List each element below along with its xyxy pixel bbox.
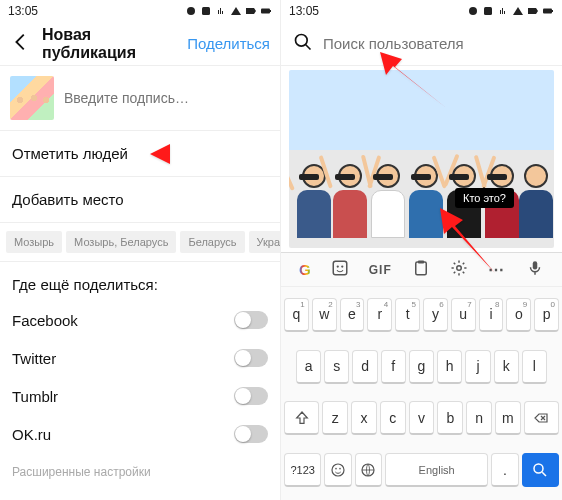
- location-chip[interactable]: Беларусь: [180, 231, 244, 253]
- share-action[interactable]: Поделиться: [187, 35, 270, 52]
- key-h[interactable]: h: [437, 350, 462, 384]
- location-chip[interactable]: Украина: [249, 231, 280, 253]
- key-f[interactable]: f: [381, 350, 406, 384]
- key-p[interactable]: p0: [534, 298, 559, 332]
- emoji-key[interactable]: [324, 453, 351, 487]
- header: Новая публикация Поделиться: [0, 22, 280, 66]
- status-time: 13:05: [289, 4, 319, 18]
- clipboard-icon[interactable]: [412, 259, 430, 281]
- svg-point-8: [296, 34, 308, 46]
- svg-rect-6: [543, 9, 552, 14]
- backspace-key[interactable]: [524, 401, 559, 435]
- sticker-icon[interactable]: [331, 259, 349, 281]
- period-key[interactable]: .: [491, 453, 518, 487]
- status-icons: [467, 5, 554, 17]
- share-twitter: Twitter: [0, 339, 280, 377]
- screen-new-post: 13:05 Новая публикация Поделиться Отмети…: [0, 0, 281, 500]
- key-e[interactable]: e3: [340, 298, 365, 332]
- key-l[interactable]: l: [522, 350, 547, 384]
- toggle-twitter[interactable]: [234, 349, 268, 367]
- key-d[interactable]: d: [352, 350, 377, 384]
- key-z[interactable]: z: [322, 401, 348, 435]
- key-c[interactable]: c: [380, 401, 406, 435]
- key-o[interactable]: o9: [506, 298, 531, 332]
- keyboard-toolbar: G GIF ⋯: [281, 253, 562, 287]
- svg-point-20: [534, 464, 543, 473]
- symbols-key[interactable]: ?123: [284, 453, 321, 487]
- space-key[interactable]: English: [385, 453, 488, 487]
- key-w[interactable]: w2: [312, 298, 337, 332]
- key-g[interactable]: g: [409, 350, 434, 384]
- mic-icon[interactable]: [526, 259, 544, 281]
- search-row: [281, 22, 562, 66]
- key-q[interactable]: q1: [284, 298, 309, 332]
- key-a[interactable]: a: [296, 350, 321, 384]
- advanced-settings[interactable]: Расширенные настройки: [0, 453, 280, 491]
- search-input[interactable]: [323, 35, 550, 52]
- toggle-tumblr[interactable]: [234, 387, 268, 405]
- tag-people-row[interactable]: Отметить людей: [0, 131, 280, 177]
- svg-rect-15: [533, 261, 538, 269]
- svg-rect-9: [333, 261, 347, 275]
- network-label: Facebook: [12, 312, 78, 329]
- status-time: 13:05: [8, 4, 38, 18]
- svg-rect-2: [261, 9, 270, 14]
- network-label: OK.ru: [12, 426, 51, 443]
- screen-tag-search: 13:05 Кто это? G: [281, 0, 562, 500]
- svg-rect-12: [416, 262, 427, 275]
- toggle-facebook[interactable]: [234, 311, 268, 329]
- tag-people-label: Отметить людей: [12, 145, 128, 162]
- share-facebook: Facebook: [0, 301, 280, 339]
- share-okru: OK.ru: [0, 415, 280, 453]
- key-i[interactable]: i8: [479, 298, 504, 332]
- key-u[interactable]: u7: [451, 298, 476, 332]
- key-v[interactable]: v: [409, 401, 435, 435]
- search-icon: [293, 32, 313, 56]
- key-r[interactable]: r4: [367, 298, 392, 332]
- location-chip[interactable]: Мозырь, Беларусь: [66, 231, 176, 253]
- keyboard: G GIF ⋯ q1w2e3r4t5y6u7i8o9p0 asdfghjkl z…: [281, 252, 562, 500]
- network-label: Tumblr: [12, 388, 58, 405]
- svg-point-4: [469, 7, 477, 15]
- share-tumblr: Tumblr: [0, 377, 280, 415]
- location-chip[interactable]: Мозырь: [6, 231, 62, 253]
- toggle-okru[interactable]: [234, 425, 268, 443]
- key-k[interactable]: k: [494, 350, 519, 384]
- post-thumbnail[interactable]: [10, 76, 54, 120]
- status-bar: 13:05: [281, 0, 562, 22]
- tag-bubble[interactable]: Кто это?: [455, 188, 514, 208]
- key-j[interactable]: j: [465, 350, 490, 384]
- key-s[interactable]: s: [324, 350, 349, 384]
- svg-point-16: [332, 464, 344, 476]
- svg-point-18: [339, 467, 341, 469]
- status-icons: [185, 5, 272, 17]
- back-button[interactable]: [10, 31, 32, 57]
- globe-key[interactable]: [355, 453, 382, 487]
- svg-rect-7: [552, 10, 553, 12]
- svg-rect-3: [270, 10, 271, 12]
- key-m[interactable]: m: [495, 401, 521, 435]
- svg-rect-1: [202, 7, 210, 15]
- shift-key[interactable]: [284, 401, 319, 435]
- more-icon[interactable]: ⋯: [488, 260, 506, 279]
- key-n[interactable]: n: [466, 401, 492, 435]
- status-bar: 13:05: [0, 0, 280, 22]
- caption-input[interactable]: [64, 90, 270, 106]
- gif-button[interactable]: GIF: [369, 263, 392, 277]
- gear-icon[interactable]: [450, 259, 468, 281]
- search-key[interactable]: [522, 453, 559, 487]
- add-location-row[interactable]: Добавить место: [0, 177, 280, 223]
- key-y[interactable]: y6: [423, 298, 448, 332]
- google-icon[interactable]: G: [299, 261, 311, 278]
- svg-point-17: [335, 467, 337, 469]
- key-b[interactable]: b: [437, 401, 463, 435]
- share-also-title: Где ещё поделиться:: [0, 262, 280, 301]
- svg-rect-13: [418, 260, 424, 263]
- svg-point-0: [187, 7, 195, 15]
- key-x[interactable]: x: [351, 401, 377, 435]
- key-t[interactable]: t5: [395, 298, 420, 332]
- svg-point-11: [341, 265, 343, 267]
- caption-row: [0, 66, 280, 131]
- tag-photo[interactable]: Кто это?: [289, 70, 554, 248]
- keyboard-keys: q1w2e3r4t5y6u7i8o9p0 asdfghjkl zxcvbnm ?…: [281, 287, 562, 500]
